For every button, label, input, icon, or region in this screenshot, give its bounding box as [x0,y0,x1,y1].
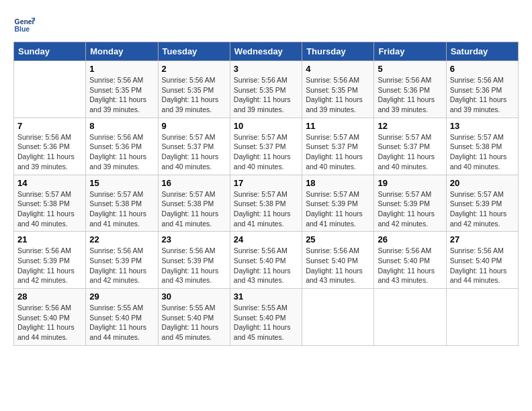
day-detail: Sunrise: 5:56 AMSunset: 5:36 PMDaylight:… [89,133,146,171]
logo: General Blue [13,13,38,35]
calendar-cell: 30 Sunrise: 5:55 AMSunset: 5:40 PMDaylig… [158,289,230,346]
day-number: 12 [378,121,442,131]
day-detail: Sunrise: 5:56 AMSunset: 5:36 PMDaylight:… [17,133,75,171]
calendar-cell: 9 Sunrise: 5:57 AMSunset: 5:37 PMDayligh… [158,118,230,175]
weekday-header: Monday [86,42,158,61]
day-detail: Sunrise: 5:57 AMSunset: 5:37 PMDaylight:… [234,133,291,171]
day-detail: Sunrise: 5:56 AMSunset: 5:40 PMDaylight:… [306,246,363,284]
day-number: 30 [162,291,226,302]
day-number: 21 [17,234,82,244]
day-detail: Sunrise: 5:57 AMSunset: 5:39 PMDaylight:… [306,190,363,228]
day-number: 26 [378,234,442,244]
calendar-cell: 13 Sunrise: 5:57 AMSunset: 5:38 PMDaylig… [446,118,518,175]
calendar-cell: 25 Sunrise: 5:56 AMSunset: 5:40 PMDaylig… [302,232,374,289]
day-detail: Sunrise: 5:57 AMSunset: 5:38 PMDaylight:… [162,190,219,228]
day-detail: Sunrise: 5:57 AMSunset: 5:37 PMDaylight:… [378,133,435,171]
calendar-cell: 20 Sunrise: 5:57 AMSunset: 5:39 PMDaylig… [446,175,518,232]
calendar-cell [446,289,518,346]
day-number: 18 [306,178,370,188]
calendar-cell: 7 Sunrise: 5:56 AMSunset: 5:36 PMDayligh… [14,118,86,175]
day-detail: Sunrise: 5:56 AMSunset: 5:36 PMDaylight:… [378,76,435,113]
calendar-body: 1 Sunrise: 5:56 AMSunset: 5:35 PMDayligh… [14,61,519,346]
day-number: 13 [450,121,515,131]
weekday-header: Wednesday [230,42,302,61]
calendar-cell: 15 Sunrise: 5:57 AMSunset: 5:38 PMDaylig… [86,175,158,232]
calendar-cell: 12 Sunrise: 5:57 AMSunset: 5:37 PMDaylig… [374,118,446,175]
day-number: 31 [234,291,298,302]
calendar-header-row: SundayMondayTuesdayWednesdayThursdayFrid… [14,42,519,61]
day-number: 20 [450,178,515,188]
calendar-cell: 28 Sunrise: 5:56 AMSunset: 5:40 PMDaylig… [14,289,86,346]
calendar-cell: 4 Sunrise: 5:56 AMSunset: 5:35 PMDayligh… [302,61,374,118]
day-number: 5 [378,64,442,74]
day-detail: Sunrise: 5:55 AMSunset: 5:40 PMDaylight:… [234,304,291,341]
calendar-cell: 14 Sunrise: 5:57 AMSunset: 5:38 PMDaylig… [14,175,86,232]
calendar-cell: 2 Sunrise: 5:56 AMSunset: 5:35 PMDayligh… [158,61,230,118]
calendar-cell: 10 Sunrise: 5:57 AMSunset: 5:37 PMDaylig… [230,118,302,175]
calendar-cell: 27 Sunrise: 5:56 AMSunset: 5:40 PMDaylig… [446,232,518,289]
calendar-cell [302,289,374,346]
day-detail: Sunrise: 5:56 AMSunset: 5:35 PMDaylight:… [306,76,363,113]
day-detail: Sunrise: 5:55 AMSunset: 5:40 PMDaylight:… [89,304,146,341]
weekday-header: Sunday [14,42,86,61]
calendar-week-row: 1 Sunrise: 5:56 AMSunset: 5:35 PMDayligh… [14,61,519,118]
day-detail: Sunrise: 5:57 AMSunset: 5:38 PMDaylight:… [450,133,507,171]
page-header: General Blue [13,13,519,35]
weekday-header: Thursday [302,42,374,61]
day-number: 10 [234,121,298,131]
calendar-cell: 1 Sunrise: 5:56 AMSunset: 5:35 PMDayligh… [86,61,158,118]
day-number: 9 [162,121,226,131]
day-number: 14 [17,178,82,188]
calendar-cell: 19 Sunrise: 5:57 AMSunset: 5:39 PMDaylig… [374,175,446,232]
calendar-cell: 3 Sunrise: 5:56 AMSunset: 5:35 PMDayligh… [230,61,302,118]
day-detail: Sunrise: 5:56 AMSunset: 5:40 PMDaylight:… [378,246,435,284]
calendar-cell: 24 Sunrise: 5:56 AMSunset: 5:40 PMDaylig… [230,232,302,289]
day-detail: Sunrise: 5:56 AMSunset: 5:39 PMDaylight:… [89,246,146,284]
calendar-cell: 22 Sunrise: 5:56 AMSunset: 5:39 PMDaylig… [86,232,158,289]
calendar-cell: 16 Sunrise: 5:57 AMSunset: 5:38 PMDaylig… [158,175,230,232]
calendar-cell: 21 Sunrise: 5:56 AMSunset: 5:39 PMDaylig… [14,232,86,289]
calendar-cell: 17 Sunrise: 5:57 AMSunset: 5:38 PMDaylig… [230,175,302,232]
calendar-week-row: 14 Sunrise: 5:57 AMSunset: 5:38 PMDaylig… [14,175,519,232]
day-number: 11 [306,121,370,131]
calendar-week-row: 7 Sunrise: 5:56 AMSunset: 5:36 PMDayligh… [14,118,519,175]
day-number: 29 [89,291,154,302]
calendar-week-row: 21 Sunrise: 5:56 AMSunset: 5:39 PMDaylig… [14,232,519,289]
calendar-cell [14,61,86,118]
calendar-cell: 5 Sunrise: 5:56 AMSunset: 5:36 PMDayligh… [374,61,446,118]
day-detail: Sunrise: 5:57 AMSunset: 5:38 PMDaylight:… [89,190,146,228]
calendar-table: SundayMondayTuesdayWednesdayThursdayFrid… [13,42,519,346]
day-number: 16 [162,178,226,188]
calendar-cell: 31 Sunrise: 5:55 AMSunset: 5:40 PMDaylig… [230,289,302,346]
day-detail: Sunrise: 5:57 AMSunset: 5:38 PMDaylight:… [17,190,75,228]
day-detail: Sunrise: 5:56 AMSunset: 5:40 PMDaylight:… [17,304,75,341]
day-detail: Sunrise: 5:56 AMSunset: 5:39 PMDaylight:… [162,246,219,284]
calendar-cell: 26 Sunrise: 5:56 AMSunset: 5:40 PMDaylig… [374,232,446,289]
weekday-header: Saturday [446,42,518,61]
day-detail: Sunrise: 5:57 AMSunset: 5:39 PMDaylight:… [450,190,507,228]
svg-text:Blue: Blue [15,26,30,33]
calendar-cell: 6 Sunrise: 5:56 AMSunset: 5:36 PMDayligh… [446,61,518,118]
day-number: 25 [306,234,370,244]
day-detail: Sunrise: 5:56 AMSunset: 5:35 PMDaylight:… [234,76,291,113]
day-detail: Sunrise: 5:56 AMSunset: 5:40 PMDaylight:… [450,246,507,284]
day-number: 2 [162,64,226,74]
day-number: 23 [162,234,226,244]
weekday-header: Friday [374,42,446,61]
day-number: 6 [450,64,515,74]
day-detail: Sunrise: 5:55 AMSunset: 5:40 PMDaylight:… [162,304,219,341]
day-number: 15 [89,178,154,188]
day-detail: Sunrise: 5:57 AMSunset: 5:37 PMDaylight:… [162,133,219,171]
day-number: 4 [306,64,370,74]
day-number: 7 [17,121,82,131]
day-number: 19 [378,178,442,188]
day-detail: Sunrise: 5:56 AMSunset: 5:35 PMDaylight:… [162,76,219,113]
day-detail: Sunrise: 5:56 AMSunset: 5:35 PMDaylight:… [89,76,146,113]
day-number: 8 [89,121,154,131]
day-number: 28 [17,291,82,302]
logo-icon: General Blue [13,13,35,35]
day-number: 3 [234,64,298,74]
day-detail: Sunrise: 5:56 AMSunset: 5:40 PMDaylight:… [234,246,291,284]
day-number: 22 [89,234,154,244]
day-detail: Sunrise: 5:56 AMSunset: 5:36 PMDaylight:… [450,76,507,113]
